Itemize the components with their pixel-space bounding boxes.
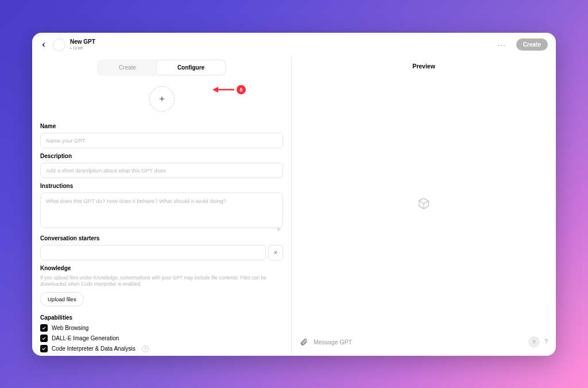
upload-files-button[interactable]: Upload files [40, 292, 84, 306]
instructions-textarea[interactable] [40, 193, 283, 228]
instructions-label: Instructions [40, 183, 283, 189]
back-button[interactable] [39, 40, 48, 49]
preview-body [292, 76, 556, 331]
knowledge-hint: If you upload files under Knowledge, con… [40, 275, 283, 288]
preview-pane: Preview ? [292, 56, 556, 356]
cap-web-label: Web Browsing [52, 325, 88, 331]
gpt-builder-window: New GPT • Draft ··· Create Create Config… [32, 33, 556, 356]
tab-configure[interactable]: Configure [157, 60, 225, 75]
arrow-left-icon [212, 85, 235, 94]
starter-input[interactable] [40, 245, 266, 260]
annotation-badge: 8 [237, 85, 246, 94]
checkbox-dalle[interactable] [40, 335, 48, 342]
more-menu-button[interactable]: ··· [497, 40, 506, 49]
title-block: New GPT • Draft [70, 39, 95, 51]
checkbox-web-browsing[interactable] [40, 324, 48, 332]
help-button[interactable]: ? [544, 339, 548, 345]
starters-label: Conversation starters [40, 235, 283, 241]
page-title: New GPT [70, 39, 95, 45]
message-input[interactable] [314, 339, 523, 345]
description-input[interactable] [40, 163, 283, 178]
capabilities-label: Capabilities [40, 314, 283, 321]
gpt-avatar-placeholder [53, 39, 65, 51]
configure-form: 8 Name Description Instructions Conversa… [32, 76, 291, 356]
configure-pane: Create Configure 8 Name Description [32, 56, 292, 356]
draft-status: • Draft [70, 45, 95, 51]
annotation-8: 8 [212, 85, 246, 94]
info-icon[interactable]: ? [142, 345, 149, 352]
description-label: Description [40, 153, 283, 159]
name-input[interactable] [40, 133, 283, 148]
body-split: Create Configure 8 Name Description [32, 56, 556, 356]
checkbox-code-interpreter[interactable] [40, 345, 48, 352]
remove-starter-button[interactable]: × [268, 245, 283, 260]
create-button[interactable]: Create [516, 39, 548, 51]
tab-bar: Create Configure [32, 56, 291, 76]
cap-dalle-label: DALL·E Image Generation [52, 335, 119, 341]
send-button[interactable] [528, 336, 540, 348]
knowledge-label: Knowledge [40, 265, 283, 271]
cap-code-label: Code Interpreter & Data Analysis [52, 345, 136, 352]
name-label: Name [40, 123, 283, 129]
tab-create[interactable]: Create [98, 60, 157, 75]
message-row: ? [292, 331, 556, 356]
cube-icon [417, 197, 430, 210]
preview-title: Preview [292, 56, 556, 76]
attachment-icon[interactable] [300, 338, 308, 346]
svg-marker-3 [212, 87, 218, 93]
header: New GPT • Draft ··· Create [32, 33, 556, 56]
add-avatar-button[interactable] [149, 86, 175, 112]
